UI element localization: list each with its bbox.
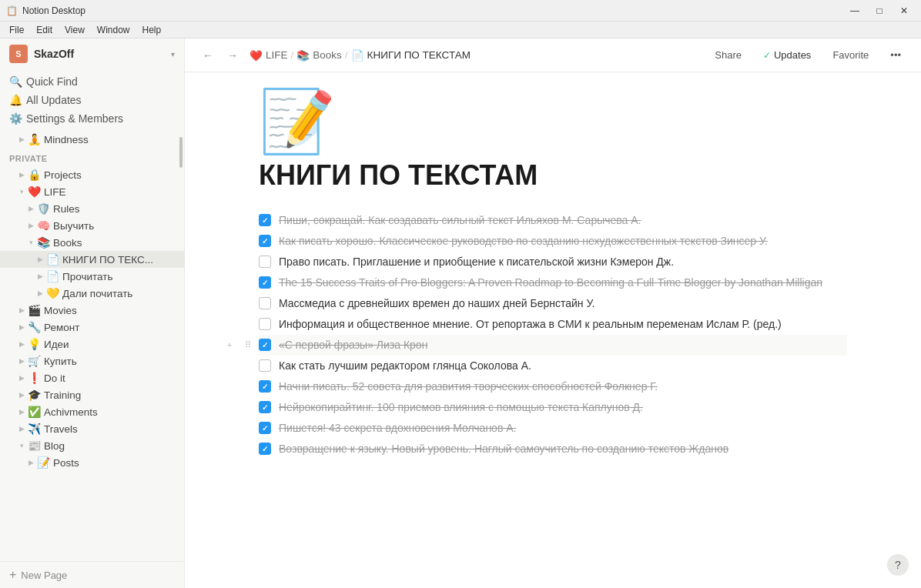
checkbox[interactable] (259, 318, 271, 330)
checkbox[interactable] (259, 359, 271, 372)
sidebar-item-books[interactable]: ▾ 📚 Books (0, 234, 184, 251)
avatar: S (9, 45, 28, 63)
check-text: Массмедиа с древнейших времен до наших д… (279, 296, 847, 312)
checkbox[interactable] (259, 235, 271, 247)
checkbox[interactable] (259, 256, 271, 268)
list-item: + ⠿ Пиши, сокращай. Как создавать сильны… (259, 210, 847, 231)
check-text: Начни писать. 52 совета для развития тво… (279, 379, 847, 395)
checkbox[interactable] (259, 297, 271, 309)
breadcrumb-life[interactable]: ❤️ LIFE (250, 49, 288, 62)
close-button[interactable]: ✕ (893, 3, 915, 18)
sidebar-tree[interactable]: ▶ 🧘 Mindness PRIVATE ▶ 🔒 Projects ▾ ❤️ L… (0, 131, 184, 561)
expand-icon: ▶ (25, 202, 37, 215)
checkbox[interactable] (259, 339, 271, 351)
checkbox[interactable] (259, 276, 271, 289)
search-icon: 🔍 (9, 75, 22, 88)
item-label: Do it (44, 373, 178, 384)
expand-icon: ▶ (15, 338, 28, 350)
expand-icon: ▶ (15, 372, 28, 384)
expand-icon: ▶ (15, 355, 28, 367)
sidebar-item-knigi[interactable]: ▶ 📄 КНИГИ ПО ТЕКС... (0, 251, 184, 268)
sidebar-item-training[interactable]: ▶ 🎓 Training (0, 386, 184, 403)
checkbox[interactable] (259, 380, 271, 393)
nav-arrows: ← → (197, 45, 243, 66)
all-updates-item[interactable]: 🔔 All Updates (0, 91, 184, 109)
breadcrumb-current[interactable]: 📄 КНИГИ ПО ТЕКСТАМ (351, 49, 471, 62)
favorite-button[interactable]: Favorite (825, 46, 876, 64)
private-section-label: PRIVATE (0, 148, 184, 166)
page-cover-icon: 📝 (259, 91, 847, 152)
sidebar-item-dali[interactable]: ▶ 💛 Дали почитать (0, 285, 184, 302)
back-button[interactable]: ← (197, 45, 219, 66)
list-item: + ⠿ Начни писать. 52 совета для развития… (259, 376, 847, 397)
checkbox[interactable] (259, 214, 271, 226)
item-icon: 📰 (28, 439, 41, 452)
forward-button[interactable]: → (222, 45, 243, 66)
title-bar-left: 📋 Notion Desktop (6, 5, 85, 16)
breadcrumb-books[interactable]: 📚 Books (296, 49, 342, 62)
checklist: + ⠿ Пиши, сокращай. Как создавать сильны… (259, 210, 847, 459)
menu-file[interactable]: File (3, 23, 30, 37)
menu-help[interactable]: Help (136, 23, 168, 37)
item-label: Projects (44, 169, 178, 181)
app-icon: 📋 (6, 5, 18, 16)
new-page-button[interactable]: + New Page (0, 561, 184, 588)
expand-icon: ▶ (15, 304, 28, 316)
item-label: Rules (53, 203, 178, 215)
item-icon: 🔧 (28, 321, 41, 333)
checkbox[interactable] (259, 443, 271, 455)
quick-find-item[interactable]: 🔍 Quick Find (0, 72, 184, 91)
check-text: Как писать хорошо. Классическое руководс… (279, 233, 847, 249)
expand-icon: ▶ (34, 287, 46, 299)
item-icon: 📄 (46, 270, 59, 282)
sidebar-item-life[interactable]: ▾ ❤️ LIFE (0, 183, 184, 200)
expand-icon: ▾ (15, 439, 28, 452)
sidebar-item-mindness[interactable]: ▶ 🧘 Mindness (0, 131, 184, 148)
sidebar-item-posts[interactable]: ▶ 📝 Posts (0, 454, 184, 471)
list-item: + ⠿ Право писать. Приглашение и приобщен… (259, 252, 847, 272)
expand-icon: ▶ (15, 406, 28, 418)
list-item: + ⠿ Нейрокопирайтинг. 100 приемов влияни… (259, 397, 847, 418)
breadcrumb: ❤️ LIFE / 📚 Books / 📄 КНИГИ ПО ТЕКСТАМ (250, 49, 701, 62)
add-item-button[interactable]: + (222, 337, 237, 352)
drag-handle[interactable]: ⠿ (240, 337, 256, 352)
sidebar-item-projects[interactable]: ▶ 🔒 Projects (0, 166, 184, 183)
check-text: Возвращение к языку. Новый уровень. Нагл… (279, 441, 847, 457)
item-label: Movies (44, 305, 178, 316)
item-icon: 🛡️ (37, 202, 50, 215)
app-layout: S SkazOff ▾ 🔍 Quick Find 🔔 All Updates ⚙… (0, 38, 921, 588)
settings-item[interactable]: ⚙️ Settings & Members (0, 109, 184, 128)
sidebar-item-vychit[interactable]: ▶ 🧠 Выучить (0, 217, 184, 234)
sidebar-item-movies[interactable]: ▶ 🎬 Movies (0, 302, 184, 319)
item-icon: ❗ (28, 372, 41, 384)
expand-icon: ▶ (15, 321, 28, 333)
sidebar-item-remont[interactable]: ▶ 🔧 Ремонт (0, 319, 184, 336)
checkbox[interactable] (259, 422, 271, 434)
sidebar-item-idei[interactable]: ▶ 💡 Идеи (0, 336, 184, 352)
updates-button[interactable]: ✓ Updates (755, 46, 819, 64)
sidebar-item-kupit[interactable]: ▶ 🛒 Купить (0, 352, 184, 369)
sidebar-item-rules[interactable]: ▶ 🛡️ Rules (0, 200, 184, 217)
checkbox[interactable] (259, 401, 271, 413)
item-icon: 🧘 (28, 133, 41, 145)
list-item: + ⠿ Как стать лучшим редактором глянца С… (259, 356, 847, 376)
sidebar-item-blog[interactable]: ▾ 📰 Blog (0, 437, 184, 454)
maximize-button[interactable]: □ (869, 3, 890, 18)
sidebar-item-travels[interactable]: ▶ ✈️ Travels (0, 420, 184, 437)
sidebar-item-achivments[interactable]: ▶ ✅ Achivments (0, 403, 184, 420)
sidebar-item-prochitat[interactable]: ▶ 📄 Прочитать (0, 268, 184, 285)
list-item: + ⠿ «С первой фразы» Лиза Крон (259, 335, 847, 356)
menu-window[interactable]: Window (91, 23, 136, 37)
workspace-header[interactable]: S SkazOff ▾ (0, 38, 184, 69)
more-button[interactable]: ••• (882, 46, 909, 64)
sidebar-item-doit[interactable]: ▶ ❗ Do it (0, 369, 184, 386)
help-button[interactable]: ? (887, 554, 909, 576)
menu-edit[interactable]: Edit (30, 23, 59, 37)
expand-icon: ▶ (15, 389, 28, 401)
sidebar-nav: 🔍 Quick Find 🔔 All Updates ⚙️ Settings &… (0, 69, 184, 131)
share-button[interactable]: Share (707, 46, 749, 64)
minimize-button[interactable]: — (844, 3, 866, 18)
expand-icon: ▶ (34, 270, 46, 282)
item-icon: 🧠 (37, 219, 50, 232)
menu-view[interactable]: View (59, 23, 91, 37)
